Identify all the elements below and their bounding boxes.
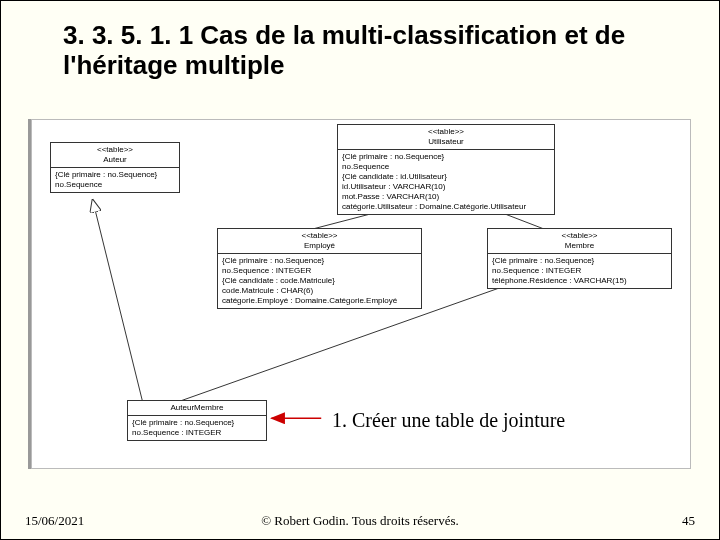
attribute: catégorie.Employé : Domaine.Catégorie.Em… <box>222 296 417 306</box>
attribute: no.Sequence : INTEGER <box>492 266 667 276</box>
class-name: Employé <box>222 241 417 251</box>
attribute: téléphone.Résidence : VARCHAR(15) <box>492 276 667 286</box>
class-name: Membre <box>492 241 667 251</box>
class-name: Utilisateur <box>342 137 550 147</box>
class-utilisateur: <<table>> Utilisateur {Clé primaire : no… <box>337 124 555 215</box>
attribute: catégorie.Utilisateur : Domaine.Catégori… <box>342 202 550 212</box>
class-auteur: <<table>> Auteur {Clé primaire : no.Sequ… <box>50 142 180 193</box>
diagram-area: <<table>> Auteur {Clé primaire : no.Sequ… <box>31 119 691 469</box>
footer-copyright: © Robert Godin. Tous droits réservés. <box>261 513 459 529</box>
attribute: code.Matricule : CHAR(6) <box>222 286 417 296</box>
constraint: {Clé primaire : no.Sequence} <box>132 418 262 428</box>
footer-date: 15/06/2021 <box>25 513 84 529</box>
constraint: {Clé primaire : no.Sequence} <box>222 256 417 266</box>
svg-line-2 <box>93 200 143 401</box>
page-title: 3. 3. 5. 1. 1 Cas de la multi-classifica… <box>63 21 663 81</box>
stereotype: <<table>> <box>492 231 667 241</box>
class-auteurmembre: AuteurMembre {Clé primaire : no.Sequence… <box>127 400 267 441</box>
constraint: {Clé primaire : no.Sequence} <box>342 152 550 162</box>
constraint: {Clé candidate : code.Matricule} <box>222 276 417 286</box>
annotation-text: 1. Créer une table de jointure <box>332 409 565 432</box>
class-membre: <<table>> Membre {Clé primaire : no.Sequ… <box>487 228 672 289</box>
stereotype: <<table>> <box>222 231 417 241</box>
attribute: no.Sequence <box>55 180 175 190</box>
class-name: AuteurMembre <box>132 403 262 413</box>
attribute: no.Sequence <box>342 162 550 172</box>
class-employe: <<table>> Employé {Clé primaire : no.Seq… <box>217 228 422 309</box>
stereotype: <<table>> <box>55 145 175 155</box>
constraint: {Clé primaire : no.Sequence} <box>55 170 175 180</box>
constraint: {Clé candidate : id.Utilisateur} <box>342 172 550 182</box>
stereotype: <<table>> <box>342 127 550 137</box>
attribute: mot.Passe : VARCHAR(10) <box>342 192 550 202</box>
class-name: Auteur <box>55 155 175 165</box>
attribute: no.Sequence : INTEGER <box>132 428 262 438</box>
attribute: no.Sequence : INTEGER <box>222 266 417 276</box>
constraint: {Clé primaire : no.Sequence} <box>492 256 667 266</box>
footer-page: 45 <box>682 513 695 529</box>
attribute: id.Utilisateur : VARCHAR(10) <box>342 182 550 192</box>
